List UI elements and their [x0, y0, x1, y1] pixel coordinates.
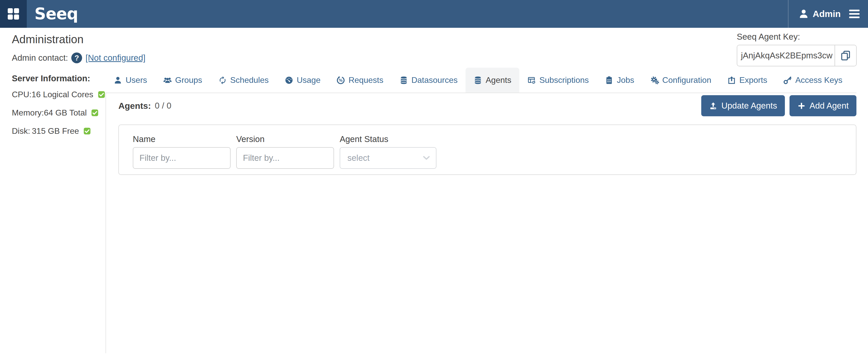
- upload-icon: [709, 102, 717, 110]
- tab-exports[interactable]: Exports: [719, 68, 775, 93]
- add-agent-label: Add Agent: [810, 101, 849, 110]
- gears-icon: [650, 76, 659, 85]
- name-filter-input[interactable]: [133, 147, 230, 169]
- cpu-label: CPU:: [12, 90, 31, 99]
- agent-status-select[interactable]: select: [340, 147, 436, 169]
- agent-status-field: Agent Status select: [340, 134, 436, 174]
- chevron-down-icon: [422, 153, 431, 163]
- server-info-heading: Server Information:: [12, 73, 105, 83]
- cpu-value: 16 Logical Cores: [31, 90, 93, 99]
- percent-gauge-icon: %: [336, 76, 345, 85]
- tab-label: Requests: [348, 75, 383, 85]
- tachometer-icon: [285, 76, 293, 85]
- tab-groups[interactable]: Groups: [155, 68, 210, 93]
- name-filter-label: Name: [133, 134, 230, 144]
- database-icon: [399, 76, 408, 85]
- agent-key-label: Seeq Agent Key:: [737, 32, 857, 42]
- users-icon: [163, 76, 172, 85]
- help-icon[interactable]: ?: [71, 53, 82, 63]
- memory-label: Memory:: [12, 108, 44, 118]
- disk-label: Disk:: [12, 126, 30, 136]
- tab-label: Subscriptions: [539, 75, 589, 85]
- sidebar: Administration Admin contact: ? [Not con…: [0, 28, 105, 353]
- table-sync-icon: [527, 76, 536, 85]
- app-grid-button[interactable]: [0, 0, 27, 28]
- server-info-row-memory: Memory: 64 GB Total: [12, 104, 91, 122]
- page-title: Administration: [12, 32, 105, 46]
- memory-value: 64 GB Total: [44, 108, 87, 118]
- toolbar-buttons: Update Agents Add Agent: [701, 95, 857, 116]
- server-info-row-cpu: CPU: 16 Logical Cores: [12, 86, 91, 104]
- tab-jobs[interactable]: Jobs: [597, 68, 642, 93]
- grid-icon: [6, 7, 21, 21]
- tab-label: Agents: [486, 75, 511, 85]
- tab-usage[interactable]: Usage: [277, 68, 329, 93]
- tab-access-keys[interactable]: Access Keys: [775, 68, 850, 93]
- hamburger-icon: [848, 8, 861, 20]
- tabs-bar: Users Groups Schedules Usage % Requests …: [105, 68, 857, 93]
- server-info-list: CPU: 16 Logical Cores Memory: 64 GB Tota…: [12, 86, 105, 140]
- tab-datasources[interactable]: Datasources: [392, 68, 466, 93]
- user-icon: [114, 76, 122, 85]
- version-filter-field: Version: [236, 134, 334, 174]
- agent-key-input[interactable]: [737, 45, 835, 66]
- hamburger-menu-button[interactable]: [848, 8, 861, 20]
- agents-count-value: 0 / 0: [155, 101, 172, 110]
- tab-configuration[interactable]: Configuration: [642, 68, 719, 93]
- check-icon: [91, 109, 98, 116]
- user-icon: [798, 8, 809, 19]
- admin-contact-row: Admin contact: ? [Not configured]: [12, 53, 105, 63]
- name-filter-field: Name: [133, 134, 230, 174]
- copy-icon: [840, 50, 851, 61]
- tab-label: Configuration: [662, 75, 711, 85]
- filter-panel: Name Version Agent Status select: [118, 125, 857, 175]
- sync-icon: [218, 76, 227, 85]
- user-menu[interactable]: Admin: [798, 8, 841, 19]
- agent-status-select-value: select: [347, 153, 370, 163]
- version-filter-input[interactable]: [236, 147, 334, 169]
- tab-label: Groups: [175, 75, 202, 85]
- database-icon: [473, 76, 482, 85]
- copy-agent-key-button[interactable]: [835, 45, 856, 66]
- server-info-row-disk: Disk: 315 GB Free: [12, 122, 91, 140]
- page-body: Administration Admin contact: ? [Not con…: [0, 28, 868, 353]
- main-content: Users Groups Schedules Usage % Requests …: [105, 28, 857, 353]
- navbar-right: Admin: [788, 0, 868, 28]
- user-label: Admin: [813, 9, 841, 19]
- export-icon: [727, 76, 736, 85]
- update-agents-button[interactable]: Update Agents: [701, 95, 785, 116]
- tab-label: Exports: [739, 75, 767, 85]
- svg-text:%: %: [339, 78, 343, 83]
- agent-status-label: Agent Status: [340, 134, 436, 144]
- plus-icon: [797, 102, 806, 110]
- agent-key-section: Seeq Agent Key:: [737, 32, 857, 66]
- tab-agents[interactable]: Agents: [466, 68, 519, 93]
- check-icon: [84, 128, 91, 134]
- tab-label: Users: [126, 75, 147, 85]
- top-navbar: Seeq Admin: [0, 0, 868, 28]
- agents-count-heading: Agents:: [118, 101, 151, 111]
- clipboard-list-icon: [605, 76, 614, 85]
- key-icon: [783, 76, 792, 85]
- tab-schedules[interactable]: Schedules: [210, 68, 277, 93]
- tab-users[interactable]: Users: [105, 68, 155, 93]
- tab-label: Usage: [297, 75, 321, 85]
- agents-toolbar: Agents: 0 / 0 Update Agents Add Agent: [118, 93, 857, 118]
- check-icon: [98, 91, 105, 98]
- update-agents-label: Update Agents: [721, 101, 777, 110]
- seeq-logo[interactable]: Seeq: [34, 6, 78, 22]
- add-agent-button[interactable]: Add Agent: [789, 95, 857, 116]
- tab-label: Schedules: [230, 75, 269, 85]
- logo-text: Seeq: [34, 6, 78, 22]
- tab-label: Datasources: [411, 75, 458, 85]
- disk-value: 315 GB Free: [32, 126, 79, 136]
- agent-key-input-group: [737, 45, 857, 66]
- version-filter-label: Version: [236, 134, 334, 144]
- tab-content: Agents: 0 / 0 Update Agents Add Agent Na…: [105, 93, 857, 353]
- tab-label: Access Keys: [795, 75, 842, 85]
- tab-label: Jobs: [617, 75, 634, 85]
- admin-contact-label: Admin contact:: [12, 53, 68, 63]
- tab-requests[interactable]: % Requests: [328, 68, 391, 93]
- tab-subscriptions[interactable]: Subscriptions: [519, 68, 597, 93]
